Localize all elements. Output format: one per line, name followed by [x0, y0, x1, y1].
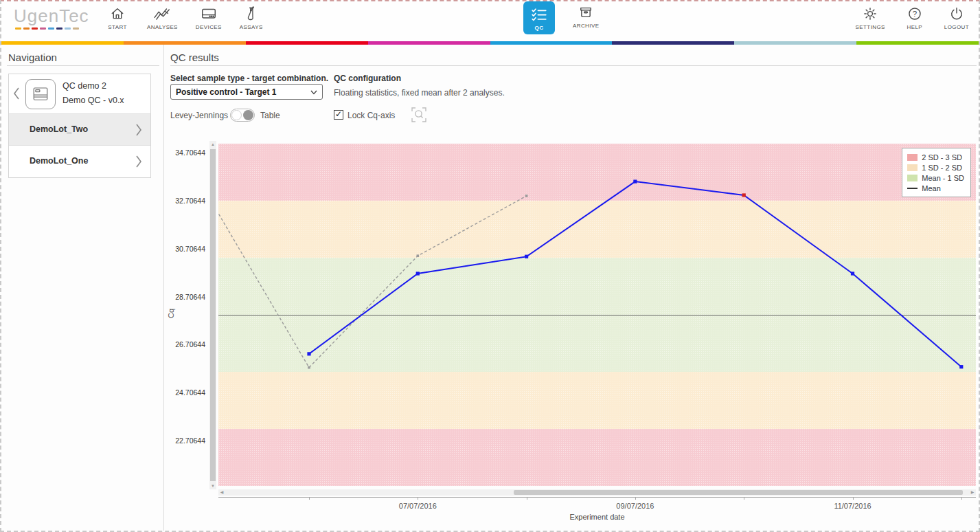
- nav-item-start[interactable]: START: [106, 5, 129, 30]
- x-axis-line: [218, 497, 976, 498]
- ugentec-logo: UgenTec: [14, 5, 89, 27]
- sidebar-title: Navigation: [8, 52, 57, 63]
- x-axis-title: Experiment date: [218, 513, 976, 521]
- nav-item-archive[interactable]: ARCHIVE: [573, 4, 599, 29]
- legend-mean-line-swatch: [907, 188, 918, 189]
- nav-item-logout[interactable]: LOGOUT: [944, 5, 969, 30]
- nav-item-analyses[interactable]: ANALYSES: [147, 5, 178, 30]
- scroll-right-arrow-icon[interactable]: ▶: [969, 489, 976, 496]
- help-question-icon: ?: [906, 5, 924, 22]
- view-toggle[interactable]: [230, 109, 255, 122]
- device-nav-card: QC demo 2 Demo QC - v0.x DemoLot_TwoDemo…: [8, 74, 151, 178]
- data-point[interactable]: [851, 271, 854, 275]
- nav-item-qc[interactable]: QC: [523, 1, 555, 34]
- device-version: Demo QC - v0.x: [62, 96, 124, 105]
- home-icon: [109, 5, 126, 22]
- nav-item-assays[interactable]: ASSAYS: [240, 5, 263, 30]
- qc-checklist-icon: [530, 6, 548, 23]
- view-toggle-right-label: Table: [260, 111, 280, 120]
- y-tick-label: 32.70644: [175, 197, 205, 205]
- data-point[interactable]: [633, 180, 637, 184]
- y-tick-label: 24.70644: [175, 388, 205, 397]
- logo-dash-3: [40, 27, 46, 30]
- lot-name: DemoLot_One: [30, 156, 88, 166]
- lot-row-DemoLot_One[interactable]: DemoLot_One: [9, 146, 150, 177]
- legend-color-swatch: [907, 175, 918, 181]
- legend-label: 1 SD - 2 SD: [922, 164, 962, 172]
- y-tick-label: 26.70644: [175, 340, 205, 348]
- toggle-left-slot: [231, 110, 242, 120]
- x-tick: [961, 497, 962, 500]
- lock-cq-axis-label: Lock Cq-axis: [347, 111, 395, 120]
- nav-item-label: ASSAYS: [240, 24, 263, 30]
- nav-group-right: SETTINGS?HELPLOGOUT: [856, 5, 969, 30]
- sample-type-label: Select sample type - target combination.: [170, 74, 328, 83]
- dropdown-chevron-icon: [310, 90, 317, 95]
- y-tick-label: 30.70644: [175, 245, 205, 253]
- chevron-right-icon: [134, 154, 144, 169]
- chart-series-layer: [218, 144, 976, 486]
- logo-dash-5: [56, 27, 62, 30]
- levey-jennings-chart[interactable]: 2 SD - 3 SD1 SD - 2 SDMean - 1 SDMean: [218, 144, 976, 486]
- nav-item-help[interactable]: ?HELP: [903, 5, 926, 30]
- scroll-down-arrow-icon[interactable]: ▼: [209, 483, 216, 489]
- x-tick: [309, 497, 310, 500]
- legend-entry: 1 SD - 2 SD: [907, 162, 964, 173]
- x-tick-label: 09/07/2016: [616, 502, 654, 510]
- device-icon: [200, 5, 218, 22]
- nav-item-label: ANALYSES: [147, 24, 178, 30]
- sample-type-select[interactable]: Positive control - Target 1: [170, 84, 323, 100]
- data-point[interactable]: [416, 271, 420, 275]
- zoom-fit-icon[interactable]: [410, 106, 428, 124]
- x-tick: [853, 497, 854, 500]
- toggle-knob: [243, 110, 253, 120]
- scroll-up-arrow-icon[interactable]: ▲: [209, 141, 216, 148]
- y-tick-label: 28.70644: [175, 293, 205, 301]
- x-tick: [635, 497, 636, 500]
- power-icon: [948, 5, 966, 22]
- archive-box-icon: [577, 4, 595, 21]
- chevron-right-icon: [134, 122, 144, 137]
- data-point-out-of-control[interactable]: [742, 193, 746, 197]
- chart-legend: 2 SD - 3 SD1 SD - 2 SDMean - 1 SDMean: [902, 148, 971, 197]
- logo-dash-2: [32, 27, 38, 30]
- nav-item-label: LOGOUT: [944, 24, 969, 30]
- data-point[interactable]: [308, 366, 310, 369]
- legend-entry: Mean: [907, 183, 964, 193]
- x-tick-label: 11/07/2016: [834, 502, 871, 510]
- scroll-left-arrow-icon[interactable]: ◀: [218, 489, 225, 496]
- data-point[interactable]: [307, 352, 310, 355]
- x-tick: [418, 497, 418, 500]
- nav-item-label: START: [108, 24, 126, 30]
- legend-entry: 2 SD - 3 SD: [907, 152, 964, 162]
- nav-item-label: HELP: [907, 24, 923, 30]
- data-point[interactable]: [525, 195, 528, 197]
- legend-color-swatch: [907, 164, 918, 171]
- nav-item-settings[interactable]: SETTINGS: [856, 5, 885, 30]
- analyses-curves-icon: [153, 5, 171, 22]
- horizontal-scrollbar[interactable]: ◀ ▶: [218, 489, 976, 496]
- legend-color-swatch: [907, 154, 918, 161]
- logo-dash-0: [15, 27, 21, 30]
- vertical-scrollbar[interactable]: ▲ ▼: [209, 141, 216, 489]
- data-point[interactable]: [417, 254, 420, 257]
- nav-item-label: DEVICES: [196, 24, 222, 30]
- device-header-row[interactable]: QC demo 2 Demo QC - v0.x: [9, 74, 150, 114]
- legend-entry: Mean - 1 SD: [907, 173, 964, 183]
- nav-item-devices[interactable]: DEVICES: [196, 5, 222, 30]
- horizontal-scrollbar-thumb[interactable]: [514, 490, 963, 495]
- vertical-scrollbar-thumb[interactable]: [210, 149, 216, 481]
- instrument-icon: [25, 79, 56, 109]
- lot-row-DemoLot_Two[interactable]: DemoLot_Two: [9, 114, 150, 146]
- nav-item-label: QC: [535, 25, 544, 31]
- data-point[interactable]: [525, 255, 528, 258]
- qc-configuration-title: QC configuration: [334, 74, 401, 83]
- lock-cq-axis-checkbox[interactable]: ✓: [334, 110, 343, 120]
- device-name: QC demo 2: [62, 81, 106, 91]
- main-title-divider: [170, 65, 977, 66]
- lot-name: DemoLot_Two: [30, 124, 88, 134]
- svg-text:?: ?: [913, 10, 917, 18]
- qc-configuration-text: Floating statistics, fixed mean after 2 …: [334, 88, 505, 98]
- chevron-left-icon[interactable]: [12, 86, 21, 101]
- data-point[interactable]: [959, 365, 963, 368]
